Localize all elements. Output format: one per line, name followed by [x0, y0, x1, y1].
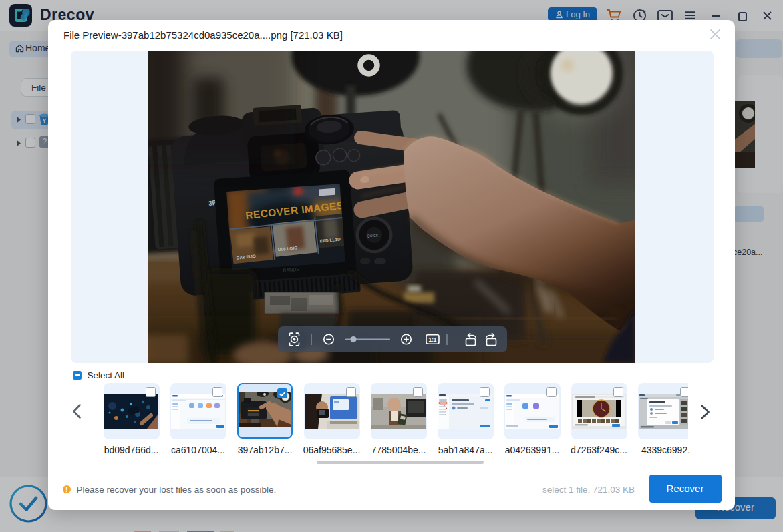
svg-text:1:1: 1:1 — [428, 336, 436, 342]
